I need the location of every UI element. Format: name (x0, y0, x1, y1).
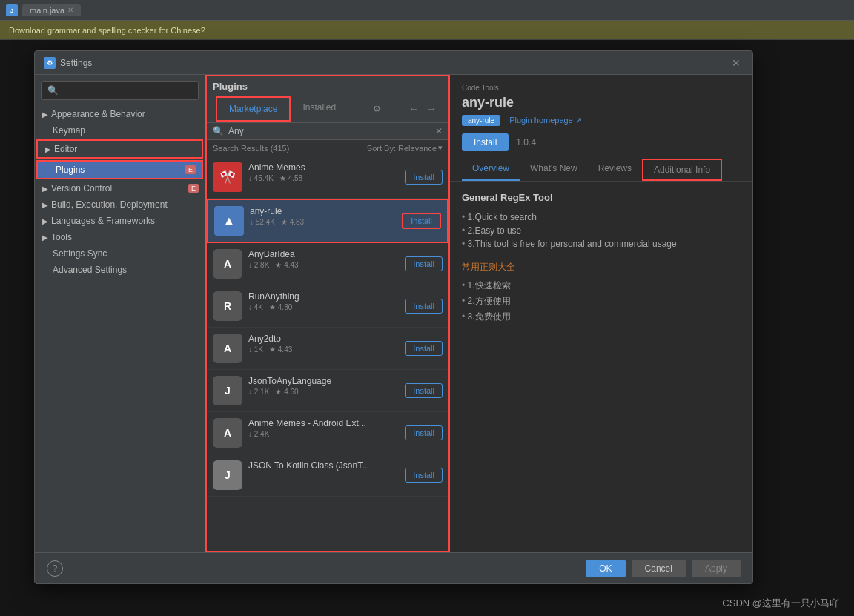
install-button[interactable]: Install (402, 213, 441, 229)
install-button[interactable]: Install (405, 341, 443, 356)
dialog-body: 🔍 ▶ Appearance & Behavior Keymap ▶ Edito… (35, 75, 752, 552)
install-button[interactable]: Install (405, 383, 443, 398)
close-tab-icon[interactable]: ✕ (67, 6, 73, 14)
file-tab[interactable]: main.java ✕ (22, 4, 81, 16)
expand-icon: ▶ (42, 217, 48, 225)
rating: 4.43 (269, 345, 292, 354)
cn-section: 常用正则大全 1.快速检索 2.方便使用 3.免费使用 (462, 261, 741, 325)
sidebar-item-label: Appearance & Behavior (51, 109, 145, 119)
detail-panel: Code Tools any-rule any-rule Plugin home… (450, 75, 752, 552)
features-list: 1.Quick to search 2.Easy to use 3.This t… (462, 211, 741, 251)
plugin-icon: A (213, 334, 242, 363)
plugins-search-input[interactable] (228, 126, 431, 136)
downloads: 45.4K (248, 174, 274, 182)
sidebar-item-appearance[interactable]: ▶ Appearance & Behavior (35, 106, 205, 122)
tab-reviews[interactable]: Reviews (588, 159, 642, 181)
plugins-tabs: Marketplace Installed ⚙ ← → (213, 96, 443, 122)
expand-icon: ▶ (42, 110, 48, 119)
homepage-link[interactable]: Plugin homepage ↗ (509, 116, 582, 125)
tab-overview[interactable]: Overview (462, 159, 520, 181)
sidebar-item-keymap[interactable]: Keymap (35, 122, 205, 139)
sidebar-item-label: Advanced Settings (53, 265, 127, 275)
general-title: General RegEx Tool (462, 192, 741, 203)
sidebar-search-box[interactable]: 🔍 (41, 81, 199, 100)
downloads: 2.4K (248, 430, 269, 438)
back-icon[interactable]: ← (406, 102, 422, 116)
list-item: 1.快速检索 (462, 278, 741, 294)
tab-marketplace[interactable]: Marketplace (216, 96, 291, 122)
tab-additional-info[interactable]: Additional Info (642, 159, 722, 181)
install-button[interactable]: Install (405, 468, 443, 483)
sidebar-item-label: Languages & Frameworks (51, 216, 155, 226)
close-button[interactable]: ✕ (729, 56, 744, 70)
list-item[interactable]: ▲ any-rule 52.4K 4.83 Install (207, 199, 448, 243)
sidebar: 🔍 ▶ Appearance & Behavior Keymap ▶ Edito… (35, 75, 205, 552)
downloads: 2.1K (248, 388, 269, 396)
sort-button[interactable]: Sort By: Relevance ▾ (367, 143, 443, 153)
plugin-list: 🎌 Anime Memes 45.4K 4.58 Install (207, 156, 448, 551)
plugin-meta: 1K 4.43 (248, 345, 399, 354)
gear-icon[interactable]: ⚙ (367, 96, 387, 122)
dialog-title: Settings (60, 58, 92, 68)
list-item[interactable]: J JSON To Kotlin Class (JsonT... Install (207, 454, 448, 497)
sidebar-item-settings-sync[interactable]: Settings Sync (35, 245, 205, 262)
detail-breadcrumb: Code Tools (462, 84, 741, 92)
list-item[interactable]: A Any2dto 1K 4.43 Install (207, 328, 448, 370)
sidebar-item-languages[interactable]: ▶ Languages & Frameworks (35, 213, 205, 229)
detail-title: any-rule (462, 95, 741, 110)
clear-search-icon[interactable]: ✕ (435, 126, 443, 136)
sidebar-item-tools[interactable]: ▶ Tools (35, 229, 205, 245)
chevron-down-icon: ▾ (438, 143, 443, 153)
apply-button[interactable]: Apply (692, 560, 741, 577)
install-button[interactable]: Install (405, 256, 443, 271)
cancel-button[interactable]: Cancel (632, 560, 686, 577)
ide-icon: J (6, 4, 18, 16)
plugin-name: Anime Memes - Android Ext... (248, 418, 399, 428)
sidebar-item-advanced-settings[interactable]: Advanced Settings (35, 262, 205, 278)
list-item: 2.Easy to use (462, 224, 741, 237)
sort-label: Sort By: Relevance (367, 144, 437, 153)
list-item[interactable]: J JsonToAnyLanguage 2.1K 4.60 Install (207, 370, 448, 412)
install-button[interactable]: Install (405, 299, 443, 314)
plugin-icon: A (213, 249, 242, 279)
cn-title-text: 常用正则大全 (462, 262, 515, 272)
rating: 4.83 (281, 218, 304, 226)
sidebar-item-label: Settings Sync (53, 248, 107, 259)
detail-actions: Install 1.0.4 (462, 133, 741, 151)
help-button[interactable]: ? (47, 560, 63, 577)
plugin-meta: 2.8K 4.43 (248, 261, 399, 269)
vcs-badge: E (188, 184, 199, 193)
tab-installed[interactable]: Installed (291, 96, 348, 122)
sidebar-item-build[interactable]: ▶ Build, Execution, Deployment (35, 196, 205, 213)
detail-tabs: Overview What's New Reviews Additional I… (462, 159, 741, 181)
sidebar-search-input[interactable] (63, 85, 192, 96)
list-item: 1.Quick to search (462, 211, 741, 224)
main-install-button[interactable]: Install (462, 133, 509, 151)
tab-whats-new[interactable]: What's New (520, 159, 588, 181)
plugin-tag: any-rule (462, 115, 500, 126)
sidebar-item-label: Keymap (53, 125, 85, 136)
downloads: 52.4K (250, 218, 275, 226)
results-bar: Search Results (415) Sort By: Relevance … (207, 140, 448, 156)
list-item[interactable]: 🎌 Anime Memes 45.4K 4.58 Install (207, 156, 448, 199)
plugin-name: JSON To Kotlin Class (JsonT... (248, 460, 399, 471)
plugins-badge: E (185, 165, 196, 174)
install-button[interactable]: Install (405, 425, 443, 440)
plugin-meta: 2.4K (248, 430, 399, 438)
sidebar-item-label: Tools (51, 232, 72, 242)
expand-icon: ▶ (42, 185, 48, 193)
forward-icon[interactable]: → (423, 102, 440, 116)
sidebar-item-plugins[interactable]: Plugins E (36, 160, 203, 179)
install-button[interactable]: Install (405, 170, 443, 185)
list-item[interactable]: R RunAnything 4K 4.80 Install (207, 285, 448, 328)
plugin-info: Anime Memes - Android Ext... 2.4K (248, 418, 399, 438)
list-item[interactable]: A Anime Memes - Android Ext... 2.4K Inst… (207, 412, 448, 454)
cn-section-title: 常用正则大全 (462, 261, 741, 274)
downloads: 2.8K (248, 261, 269, 269)
plugin-info: Any2dto 1K 4.43 (248, 334, 399, 354)
ok-button[interactable]: OK (586, 560, 625, 577)
plugin-info: RunAnything 4K 4.80 (248, 291, 399, 311)
list-item[interactable]: A AnyBarIdea 2.8K 4.43 Install (207, 243, 448, 285)
sidebar-item-vcs[interactable]: ▶ Version Control E (35, 180, 205, 196)
sidebar-item-editor[interactable]: ▶ Editor (36, 139, 203, 159)
